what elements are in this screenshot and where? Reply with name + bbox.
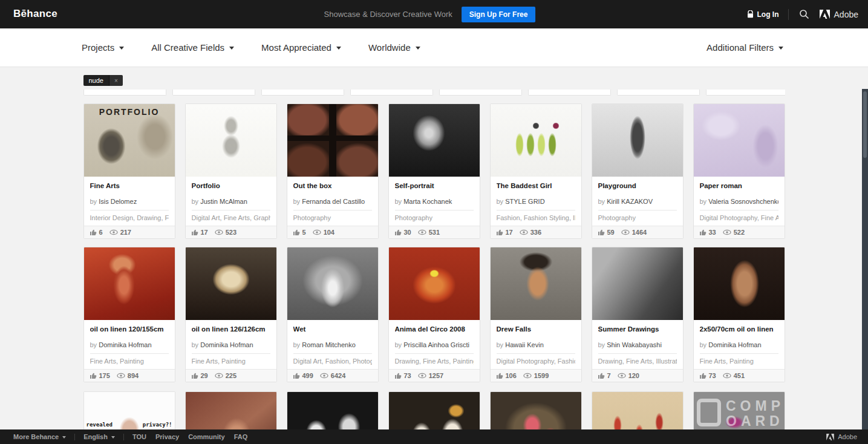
project-card[interactable]: Paper roman by Valeria Sosnovshchenko Di…	[693, 103, 785, 239]
project-card[interactable]	[388, 391, 480, 429]
project-thumbnail[interactable]	[84, 247, 175, 320]
more-behance-dropdown[interactable]: More Behance	[13, 433, 66, 440]
project-fields[interactable]: Digital Art, Fine Arts, Graphi…	[192, 211, 270, 226]
language-dropdown[interactable]: English	[83, 433, 115, 440]
project-thumbnail[interactable]	[389, 392, 480, 429]
project-thumbnail[interactable]	[491, 104, 581, 177]
project-fields[interactable]: Digital Art, Fashion, Photog…	[293, 354, 372, 369]
project-card[interactable]	[592, 391, 684, 429]
project-author[interactable]: Justin McAlman	[200, 198, 247, 205]
project-card[interactable]: Wet by Roman Mitchenko Digital Art, Fash…	[287, 247, 379, 382]
project-author[interactable]: Shin Wakabayashi	[607, 341, 662, 348]
project-fields[interactable]: Fashion, Fashion Styling, Ill…	[497, 211, 575, 226]
project-fields[interactable]: Drawing, Fine Arts, Painting	[395, 354, 474, 369]
project-thumbnail[interactable]	[592, 247, 683, 320]
project-author[interactable]: Fernanda del Castillo	[302, 198, 365, 205]
project-card[interactable]: oil on linen 120/155cm by Dominika Hofma…	[83, 247, 175, 382]
project-fields[interactable]: Digital Photography, Fine A…	[700, 211, 778, 226]
project-title[interactable]: Playground	[598, 182, 677, 190]
project-card[interactable]: Self-portrait by Marta Kochanek Photogra…	[388, 103, 480, 239]
project-title[interactable]: 2x50/70cm oil on linen	[700, 325, 778, 333]
project-author[interactable]: Dominika Hofman	[708, 341, 761, 348]
project-card[interactable]: revealed privacy?!	[83, 391, 175, 429]
scrollbar-thumb[interactable]	[863, 91, 867, 158]
project-thumbnail[interactable]	[186, 247, 276, 320]
project-title[interactable]: Wet	[293, 325, 372, 333]
signup-button[interactable]: Sign Up For Free	[462, 7, 536, 22]
project-thumbnail[interactable]: PORTFOLIO	[84, 104, 175, 177]
filter-dropdown[interactable]: Projects	[82, 42, 124, 53]
project-title[interactable]: Summer Drawings	[598, 325, 677, 333]
project-author[interactable]: Dominika Hofman	[99, 341, 151, 348]
project-author[interactable]: Marta Kochanek	[403, 198, 452, 205]
scrollbar[interactable]	[862, 89, 868, 429]
filter-dropdown[interactable]: All Creative Fields	[151, 42, 234, 53]
project-thumbnail[interactable]	[287, 247, 378, 320]
login-link[interactable]: Log In	[747, 10, 779, 19]
project-thumbnail[interactable]	[287, 104, 378, 177]
project-card[interactable]: Summer Drawings by Shin Wakabayashi Draw…	[592, 247, 684, 382]
project-fields[interactable]: Digital Photography, Fashio…	[497, 354, 575, 369]
project-card[interactable]: The Baddest Girl by STYLE GRID Fashion, …	[490, 103, 582, 239]
project-thumbnail[interactable]	[592, 392, 683, 429]
project-title[interactable]: The Baddest Girl	[497, 182, 575, 190]
project-card[interactable]: Anima del Circo 2008 by Priscilla Ainhoa…	[388, 247, 480, 382]
project-fields[interactable]: Interior Design, Drawing, Fi…	[90, 211, 169, 226]
filter-dropdown[interactable]: Worldwide	[368, 42, 420, 53]
project-author[interactable]: Hawaii Kevin	[505, 341, 544, 348]
project-thumbnail[interactable]	[186, 104, 276, 177]
project-thumbnail[interactable]	[287, 392, 378, 429]
footer-link[interactable]: FAQ	[234, 433, 248, 440]
project-card[interactable]	[287, 391, 379, 429]
footer-adobe-link[interactable]: Adobe	[826, 433, 857, 440]
project-fields[interactable]: Photography	[293, 211, 372, 226]
project-fields[interactable]: Photography	[598, 211, 677, 226]
project-author[interactable]: Valeria Sosnovshchenko	[708, 198, 778, 205]
project-card[interactable]: 2x50/70cm oil on linen by Dominika Hofma…	[693, 247, 785, 382]
project-card[interactable]: oil on linen 126/126cm by Dominika Hofma…	[185, 247, 277, 382]
search-icon[interactable]	[798, 8, 811, 21]
project-title[interactable]: Fine Arts	[90, 182, 169, 190]
project-thumbnail[interactable]	[694, 392, 785, 429]
project-author[interactable]: STYLE GRID	[505, 198, 544, 205]
project-card[interactable]: Portfolio by Justin McAlman Digital Art,…	[185, 103, 277, 239]
project-thumbnail[interactable]	[694, 247, 785, 320]
project-fields[interactable]: Photography	[395, 211, 474, 226]
project-card[interactable]: PORTFOLIO Fine Arts by Isis Delomez Inte…	[83, 103, 175, 239]
project-card[interactable]: Out the box by Fernanda del Castillo Pho…	[287, 103, 379, 239]
project-title[interactable]: Out the box	[293, 182, 372, 190]
footer-link[interactable]: Community	[188, 433, 225, 440]
project-author[interactable]: Priscilla Ainhoa Griscti	[403, 341, 469, 348]
project-thumbnail[interactable]	[389, 104, 480, 177]
project-thumbnail[interactable]	[186, 392, 276, 429]
project-title[interactable]: Self-portrait	[395, 182, 474, 190]
project-card[interactable]	[693, 391, 785, 429]
project-thumbnail[interactable]	[694, 104, 785, 177]
project-title[interactable]: oil on linen 126/126cm	[192, 325, 270, 333]
project-thumbnail[interactable]	[491, 392, 581, 429]
filter-dropdown[interactable]: Most Appreciated	[261, 42, 341, 53]
adobe-link[interactable]: Adobe	[820, 10, 858, 19]
project-title[interactable]: Portfolio	[192, 182, 270, 190]
project-title[interactable]: Drew Falls	[497, 325, 575, 333]
behance-logo[interactable]: Bēhance	[13, 8, 57, 20]
remove-tag-button[interactable]: ×	[109, 75, 123, 86]
footer-link[interactable]: TOU	[132, 433, 146, 440]
project-thumbnail[interactable]	[389, 247, 480, 320]
project-fields[interactable]: Fine Arts, Painting	[700, 354, 778, 369]
project-card[interactable]: Playground by Kirill KAZAKOV Photography	[592, 103, 684, 239]
project-author[interactable]: Dominika Hofman	[200, 341, 253, 348]
project-title[interactable]: Anima del Circo 2008	[395, 325, 474, 333]
project-author[interactable]: Isis Delomez	[99, 198, 137, 205]
project-fields[interactable]: Drawing, Fine Arts, Illustrati…	[598, 354, 677, 369]
footer-link[interactable]: Privacy	[155, 433, 179, 440]
project-card[interactable]	[490, 391, 582, 429]
project-title[interactable]: Paper roman	[700, 182, 778, 190]
project-author[interactable]: Roman Mitchenko	[302, 341, 356, 348]
project-author[interactable]: Kirill KAZAKOV	[607, 198, 653, 205]
project-fields[interactable]: Fine Arts, Painting	[90, 354, 169, 369]
project-thumbnail[interactable]	[592, 104, 683, 177]
project-fields[interactable]: Fine Arts, Painting	[192, 354, 270, 369]
project-thumbnail[interactable]	[491, 247, 581, 320]
project-card[interactable]	[185, 391, 277, 429]
